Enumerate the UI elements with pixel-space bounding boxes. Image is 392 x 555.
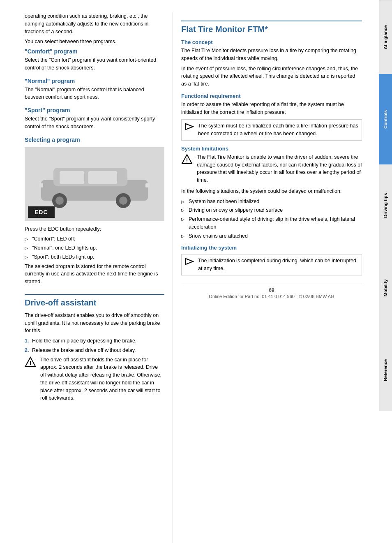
page-footer: 69 Online Edition for Part no. 01 41 0 0… (181, 284, 362, 299)
bullet-icon: ▷ (181, 232, 187, 239)
sidebar-tab-driving-tips[interactable]: Driving tips (379, 164, 392, 247)
select-text: You can select between three programs. (25, 38, 164, 46)
step-text: Release the brake and drive off without … (32, 347, 136, 354)
edc-bullet-list: ▷ "Comfort": LED off: ▷ "Normal": one LE… (25, 235, 164, 261)
bullet-icon: ▷ (25, 253, 30, 260)
stored-text: The selected program is stored for the r… (25, 263, 164, 286)
warning-box: ! The drive-off assistant holds the car … (25, 356, 164, 402)
sport-text: Select the "Sport" program if you want c… (25, 115, 164, 131)
list-item: ▷ Performance-oriented style of driving:… (181, 215, 362, 231)
svg-point-5 (55, 197, 64, 205)
main-content: operating condition such as steering, br… (0, 0, 379, 555)
list-item: ▷ Driving on snowy or slippery road surf… (181, 206, 362, 214)
bullet-icon: ▷ (181, 198, 187, 205)
sidebar-tab-controls[interactable]: Controls (379, 74, 392, 164)
svg-marker-12 (186, 124, 193, 130)
limitations-intro: In the following situations, the system … (181, 187, 362, 195)
page-container: operating condition such as steering, br… (0, 0, 392, 555)
svg-rect-9 (39, 183, 43, 187)
drive-off-steps: 1. Hold the car in place by depressing t… (25, 337, 164, 354)
note-icon (185, 122, 195, 132)
note-icon-2 (185, 257, 195, 267)
comfort-heading: "Comfort" program (25, 48, 164, 55)
note-text: The system must be reinitialized each ti… (198, 122, 358, 138)
selecting-heading: Selecting a program (25, 136, 164, 143)
svg-text:!: ! (30, 360, 32, 366)
list-item: 1. Hold the car in place by depressing t… (25, 337, 164, 345)
copyright-text: Online Edition for Part no. 01 41 0 014 … (209, 294, 334, 299)
concept-p1: The Flat Tire Monitor detects pressure l… (181, 47, 362, 62)
svg-point-7 (119, 197, 127, 205)
bullet-text: "Normal": one LED lights up. (32, 244, 97, 252)
initializing-note-text: The initialization is completed during d… (198, 257, 358, 273)
ftm-title: Flat Tire Monitor FTM* (181, 21, 362, 34)
normal-text: The "Normal" program offers control that… (25, 86, 164, 102)
system-limitations-heading: System limitations (181, 146, 362, 152)
svg-rect-3 (88, 171, 117, 184)
warning-box-2: ! The Flat Tire Monitor is unable to war… (181, 153, 362, 184)
svg-rect-8 (145, 183, 150, 187)
drive-off-title: Drive-off assistant (25, 294, 164, 308)
step-text: Hold the car in place by depressing the … (32, 337, 136, 345)
intro-text: operating condition such as steering, br… (25, 12, 164, 35)
warning-text: The drive-off assistant holds the car in… (40, 356, 164, 402)
bullet-icon: ▷ (181, 215, 187, 222)
list-item: ▷ "Sport": both LEDs light up. (25, 253, 164, 261)
step-number: 2. (25, 347, 32, 354)
sport-heading: "Sport" program (25, 107, 164, 113)
initializing-note-box: The initialization is completed during d… (181, 254, 362, 275)
edc-image: EDC (25, 147, 164, 221)
sidebar-tab-reference[interactable]: Reference (379, 329, 392, 411)
svg-rect-2 (60, 171, 84, 184)
bullet-icon: ▷ (25, 244, 30, 251)
bullet-text: System has not been initialized (189, 198, 259, 206)
svg-marker-15 (186, 259, 193, 264)
bullet-icon: ▷ (181, 206, 187, 213)
warning-icon-2: ! (181, 154, 194, 165)
bullet-text: "Comfort": LED off: (32, 235, 75, 243)
list-item: ▷ System has not been initialized (181, 198, 362, 206)
svg-text:!: ! (186, 157, 188, 164)
bullet-text: Driving on snowy or slippery road surfac… (189, 206, 283, 214)
concept-heading: The concept (181, 39, 362, 45)
note-box: The system must be reinitialized each ti… (181, 119, 362, 141)
list-item: ▷ "Normal": one LED lights up. (25, 244, 164, 252)
sidebar-tabs: At a glance Controls Driving tips Mobili… (379, 0, 392, 555)
limitations-list: ▷ System has not been initialized ▷ Driv… (181, 198, 362, 240)
comfort-text: Select the "Comfort" program if you want… (25, 56, 164, 72)
initializing-heading: Initializing the system (181, 245, 362, 251)
bullet-text: "Sport": both LEDs light up. (32, 253, 94, 261)
left-column: operating condition such as steering, br… (0, 12, 173, 543)
sidebar-tab-mobility[interactable]: Mobility (379, 247, 392, 329)
press-edc-text: Press the EDC button repeatedly: (25, 225, 164, 233)
bullet-icon: ▷ (25, 235, 30, 242)
functional-text: In order to assure the reliable reportin… (181, 101, 362, 116)
bullet-text: Snow chains are attached (189, 232, 248, 240)
list-item: ▷ Snow chains are attached (181, 232, 362, 240)
list-item: ▷ "Comfort": LED off: (25, 235, 164, 243)
right-column: Flat Tire Monitor FTM* The concept The F… (173, 12, 370, 543)
concept-p2: In the event of pressure loss, the rolli… (181, 65, 362, 88)
step-number: 1. (25, 337, 32, 345)
car-silhouette (37, 155, 152, 209)
bullet-text: Performance-oriented style of driving: s… (189, 215, 362, 231)
warning-icon: ! (25, 356, 37, 368)
drive-off-intro: The drive-off assistant enables you to d… (25, 312, 164, 335)
list-item: 2. Release the brake and drive off witho… (25, 347, 164, 354)
functional-heading: Functional requirement (181, 93, 362, 99)
normal-heading: "Normal" program (25, 78, 164, 84)
page-number: 69 (181, 287, 362, 293)
sidebar-tab-at-a-glance[interactable]: At a glance (379, 0, 392, 74)
warning2-text: The Flat Tire Monitor is unable to warn … (197, 153, 362, 184)
